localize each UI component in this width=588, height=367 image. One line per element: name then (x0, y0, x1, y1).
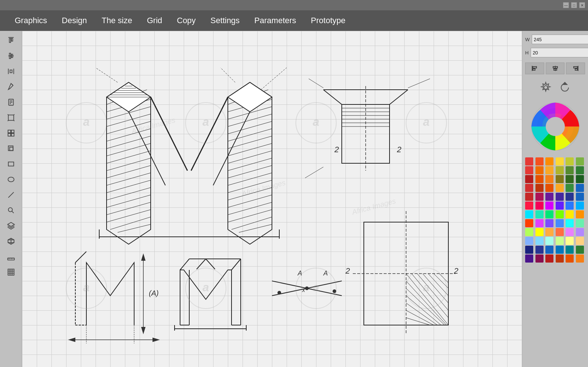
color-wheel-container[interactable] (525, 101, 585, 152)
color-swatch[interactable] (535, 184, 544, 192)
color-swatch[interactable] (535, 228, 544, 236)
color-swatch[interactable] (566, 166, 574, 174)
color-swatch[interactable] (566, 175, 574, 183)
color-swatch[interactable] (545, 175, 553, 183)
color-swatch[interactable] (545, 246, 553, 254)
menuitem-graphics[interactable]: Graphics (15, 16, 47, 25)
align-left-button[interactable] (525, 63, 544, 74)
menuitem-prototype[interactable]: Prototype (311, 16, 345, 25)
color-swatch[interactable] (576, 202, 584, 210)
ruler-icon[interactable] (4, 250, 18, 263)
maximize-button[interactable]: □ (571, 2, 577, 8)
group-icon[interactable] (4, 127, 18, 140)
color-swatch[interactable] (525, 254, 533, 263)
pen-tool-icon[interactable] (4, 80, 18, 93)
color-swatch[interactable] (525, 184, 533, 192)
color-swatch[interactable] (566, 184, 574, 192)
refresh-panel-icon[interactable] (557, 79, 573, 96)
color-swatch[interactable] (556, 246, 564, 254)
color-swatch[interactable] (556, 237, 564, 245)
color-swatch[interactable] (566, 254, 574, 263)
color-swatch[interactable] (545, 166, 553, 174)
menuitem-parameters[interactable]: Parameters (254, 16, 296, 25)
color-swatch[interactable] (545, 157, 553, 165)
color-swatch[interactable] (556, 175, 564, 183)
color-swatch[interactable] (566, 228, 574, 236)
color-swatch[interactable] (566, 246, 574, 254)
color-swatch[interactable] (576, 237, 584, 245)
page-icon[interactable] (4, 96, 18, 109)
color-swatch[interactable] (525, 202, 533, 210)
menuitem-copy[interactable]: Copy (177, 16, 196, 25)
search-icon[interactable] (4, 204, 18, 217)
width-input[interactable] (532, 35, 588, 44)
frame-icon[interactable] (4, 111, 18, 124)
color-swatch[interactable] (525, 166, 533, 174)
color-swatch[interactable] (535, 157, 544, 165)
color-swatch[interactable] (525, 210, 533, 218)
color-swatch[interactable] (545, 254, 553, 263)
color-swatch[interactable] (576, 166, 584, 174)
color-swatch[interactable] (545, 184, 553, 192)
color-swatch[interactable] (556, 202, 564, 210)
align-right-button[interactable] (566, 63, 585, 74)
color-swatch[interactable] (545, 219, 553, 227)
canvas-area[interactable]: 2 2 (A) (22, 31, 522, 367)
menuitem-grid[interactable]: Grid (147, 16, 162, 25)
color-swatch[interactable] (525, 237, 533, 245)
color-swatch[interactable] (566, 202, 574, 210)
grid-tool-icon[interactable] (4, 266, 18, 279)
color-swatch[interactable] (535, 254, 544, 263)
color-swatch[interactable] (525, 157, 533, 165)
color-swatch[interactable] (525, 219, 533, 227)
settings-panel-icon[interactable] (538, 79, 554, 96)
ellipse-icon[interactable] (4, 173, 18, 186)
color-swatch[interactable] (576, 210, 584, 218)
color-swatch[interactable] (556, 228, 564, 236)
color-swatch[interactable] (556, 219, 564, 227)
color-swatch[interactable] (556, 193, 564, 201)
distribute-icon[interactable] (4, 65, 18, 78)
color-swatch[interactable] (576, 157, 584, 165)
color-swatch[interactable] (535, 246, 544, 254)
color-swatch[interactable] (545, 202, 553, 210)
menuitem-thesize[interactable]: The size (102, 16, 132, 25)
color-swatch[interactable] (566, 193, 574, 201)
color-swatch[interactable] (576, 228, 584, 236)
color-swatch[interactable] (525, 193, 533, 201)
color-swatch[interactable] (556, 157, 564, 165)
color-swatch[interactable] (556, 166, 564, 174)
color-swatch[interactable] (535, 193, 544, 201)
color-swatch[interactable] (576, 254, 584, 263)
color-swatch[interactable] (535, 219, 544, 227)
color-swatch[interactable] (535, 237, 544, 245)
color-swatch[interactable] (566, 237, 574, 245)
color-swatch[interactable] (576, 246, 584, 254)
align-middle-icon[interactable] (4, 49, 18, 63)
color-swatch[interactable] (566, 210, 574, 218)
layers-icon[interactable] (4, 219, 18, 232)
color-swatch[interactable] (576, 175, 584, 183)
color-swatch[interactable] (576, 193, 584, 201)
color-swatch[interactable] (556, 210, 564, 218)
color-swatch[interactable] (556, 184, 564, 192)
color-swatch[interactable] (576, 184, 584, 192)
color-swatch[interactable] (525, 228, 533, 236)
assets-icon[interactable] (4, 235, 18, 248)
menuitem-settings[interactable]: Settings (211, 16, 240, 25)
close-button[interactable]: ✕ (579, 2, 585, 8)
color-swatch[interactable] (535, 202, 544, 210)
color-swatch[interactable] (535, 175, 544, 183)
component-icon[interactable] (4, 142, 18, 155)
color-swatch[interactable] (556, 254, 564, 263)
height-input[interactable] (531, 48, 588, 57)
align-center-button[interactable] (546, 63, 565, 74)
menuitem-design[interactable]: Design (62, 16, 87, 25)
rectangle-icon[interactable] (4, 157, 18, 171)
color-swatch[interactable] (545, 237, 553, 245)
color-swatch[interactable] (525, 175, 533, 183)
minimize-button[interactable]: — (563, 2, 569, 8)
color-swatch[interactable] (566, 157, 574, 165)
color-wheel[interactable] (530, 101, 581, 152)
color-swatch[interactable] (545, 210, 553, 218)
